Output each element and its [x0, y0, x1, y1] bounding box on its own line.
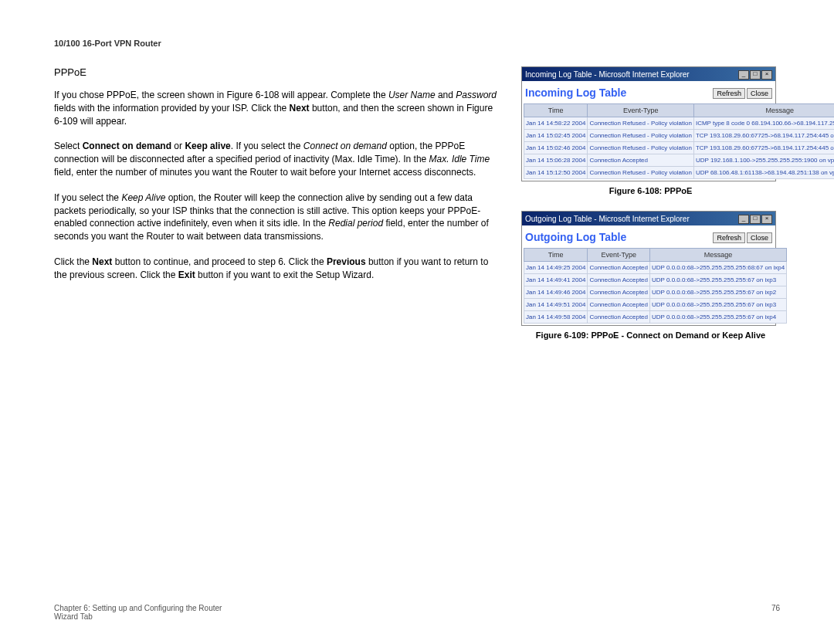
figures-column: Incoming Log Table - Microsoft Internet …: [521, 66, 780, 355]
cell-time: Jan 14 14:49:41 2004: [524, 274, 588, 286]
table-row: Jan 14 14:49:46 2004Connection AcceptedU…: [524, 286, 787, 299]
figure-108-screenshot: Incoming Log Table - Microsoft Internet …: [521, 66, 776, 181]
refresh-button[interactable]: Refresh: [713, 88, 745, 99]
p1-t3: fields with the information provided by …: [54, 103, 290, 114]
p4-t2: button to continue, and proceed to step …: [112, 256, 327, 267]
cell-etype: Connection Refused - Policy violation: [588, 130, 694, 142]
cell-msg: UDP 0.0.0.0:68->255.255.255.255:67 on ix…: [650, 311, 787, 324]
figure-108-caption: Figure 6-108: PPPoE: [521, 186, 780, 195]
section-title: PPPoE: [54, 66, 498, 78]
p4-t4: button if you want to exit the Setup Wiz…: [195, 269, 374, 280]
cell-time: Jan 14 14:49:51 2004: [524, 299, 588, 311]
table-row: Jan 14 14:49:51 2004Connection AcceptedU…: [524, 299, 787, 311]
cell-msg: UDP 0.0.0.0:68->255.255.255.255:68:67 on…: [650, 262, 787, 274]
cell-etype: Connection Accepted: [588, 299, 650, 311]
col-event-type: Event-Type: [588, 249, 650, 262]
table-row: Jan 14 14:49:58 2004Connection AcceptedU…: [524, 311, 787, 324]
cell-msg: UDP 192.168.1.100->255.255.255.255:1900 …: [693, 154, 834, 167]
maximize-icon[interactable]: □: [750, 70, 761, 80]
table-row: Jan 14 15:12:50 2004Connection Refused -…: [524, 167, 835, 179]
p2-b1: Connect on demand: [83, 141, 171, 151]
cell-etype: Connection Accepted: [588, 286, 650, 299]
minimize-icon[interactable]: _: [738, 215, 749, 224]
p3-t1: If you select the: [54, 192, 121, 203]
p4-t1: Click the: [54, 256, 92, 267]
cell-time: Jan 14 14:49:25 2004: [524, 262, 588, 274]
p2-i1: Connect on demand: [303, 141, 387, 151]
cell-msg: UDP 0.0.0.0:68->255.255.255.255:67 on ix…: [650, 274, 787, 286]
p1-i2: Password: [456, 90, 497, 100]
paragraph-3: If you select the Keep Alive option, the…: [54, 192, 498, 243]
cell-msg: UDP 68.106.48.1:61138->68.194.48.251:138…: [693, 167, 834, 179]
cell-time: Jan 14 15:06:28 2004: [524, 154, 588, 167]
cell-etype: Connection Accepted: [588, 311, 650, 324]
p4-b2: Previous: [327, 256, 366, 267]
p4-b1: Next: [92, 256, 112, 267]
p2-t5: field, enter the number of minutes you w…: [54, 167, 476, 178]
p2-t2: or: [171, 141, 185, 151]
refresh-button[interactable]: Refresh: [713, 232, 745, 243]
paragraph-2: Select Connect on demand or Keep alive. …: [54, 140, 498, 178]
paragraph-1: If you chose PPPoE, the screen shown in …: [54, 89, 498, 127]
col-event-type: Event-Type: [588, 104, 694, 117]
p3-i2: Redial period: [328, 218, 383, 229]
col-message: Message: [693, 104, 834, 117]
maximize-icon[interactable]: □: [750, 215, 761, 224]
figure-109-caption: Figure 6-109: PPPoE - Connect on Demand …: [521, 330, 780, 340]
table-row: Jan 14 15:02:46 2004Connection Refused -…: [524, 142, 835, 154]
table-row: Jan 14 15:02:45 2004Connection Refused -…: [524, 130, 835, 142]
p3-i1: Keep Alive: [121, 192, 165, 203]
cell-msg: TCP 193.108.29.60:67725->68.194.117.254:…: [693, 142, 834, 154]
doc-header: 10/100 16-Port VPN Router: [54, 39, 780, 48]
cell-msg: TCP 193.108.29.60:67725->68.194.117.254:…: [693, 130, 834, 142]
p2-t3: . If you select the: [231, 141, 303, 151]
outgoing-log-table: Time Event-Type Message Jan 14 14:49:25 …: [524, 248, 787, 324]
close-button[interactable]: Close: [747, 232, 772, 243]
minimize-icon[interactable]: _: [738, 70, 749, 80]
table-row: Jan 14 14:58:22 2004Connection Refused -…: [524, 117, 835, 130]
footer-tab: Wizard Tab: [54, 612, 222, 621]
col-time: Time: [524, 249, 588, 262]
page-number: 76: [771, 604, 780, 621]
cell-time: Jan 14 14:49:46 2004: [524, 286, 588, 299]
p4-b3: Exit: [178, 269, 195, 280]
close-button[interactable]: Close: [747, 88, 772, 99]
page-footer: Chapter 6: Setting up and Configuring th…: [54, 604, 780, 621]
p1-t1: If you chose PPPoE, the screen shown in …: [54, 90, 388, 100]
figure-109-screenshot: Outgoing Log Table - Microsoft Internet …: [521, 211, 776, 326]
cell-time: Jan 14 14:49:58 2004: [524, 311, 588, 324]
cell-etype: Connection Accepted: [588, 262, 650, 274]
cell-msg: ICMP type 8 code 0 68.194.100.66->68.194…: [693, 117, 834, 130]
close-icon[interactable]: ×: [761, 70, 772, 80]
col-message: Message: [650, 249, 787, 262]
main-text-column: PPPoE If you chose PPPoE, the screen sho…: [54, 66, 498, 355]
paragraph-4: Click the Next button to continue, and p…: [54, 256, 498, 282]
table-row: Jan 14 14:49:41 2004Connection AcceptedU…: [524, 274, 787, 286]
window-buttons: _□×: [737, 69, 772, 80]
p1-i1: User Name: [388, 90, 436, 100]
window-titlebar: Incoming Log Table - Microsoft Internet …: [522, 67, 775, 81]
table-row: Jan 14 14:49:25 2004Connection AcceptedU…: [524, 262, 787, 274]
window-title: Outgoing Log Table - Microsoft Internet …: [525, 215, 690, 223]
cell-etype: Connection Refused - Policy violation: [588, 142, 694, 154]
cell-etype: Connection Refused - Policy violation: [588, 167, 694, 179]
panel-title: Outgoing Log Table: [525, 231, 626, 243]
cell-time: Jan 14 14:58:22 2004: [524, 117, 588, 130]
cell-msg: UDP 0.0.0.0:68->255.255.255.255:67 on ix…: [650, 299, 787, 311]
window-title: Incoming Log Table - Microsoft Internet …: [525, 70, 690, 79]
p1-b1: Next: [290, 103, 310, 114]
cell-etype: Connection Refused - Policy violation: [588, 117, 694, 130]
p2-b2: Keep alive: [185, 141, 230, 151]
incoming-log-table: Time Event-Type Message Jan 14 14:58:22 …: [524, 103, 834, 179]
window-buttons: _□×: [737, 213, 772, 224]
p1-t2: and: [436, 90, 456, 100]
close-icon[interactable]: ×: [761, 215, 772, 224]
p2-t1: Select: [54, 141, 83, 151]
cell-time: Jan 14 15:12:50 2004: [524, 167, 588, 179]
table-row: Jan 14 15:06:28 2004Connection AcceptedU…: [524, 154, 835, 167]
p2-i2: Max. Idle Time: [429, 154, 490, 164]
col-time: Time: [524, 104, 588, 117]
panel-title: Incoming Log Table: [525, 86, 626, 99]
cell-time: Jan 14 15:02:46 2004: [524, 142, 588, 154]
cell-etype: Connection Accepted: [588, 274, 650, 286]
